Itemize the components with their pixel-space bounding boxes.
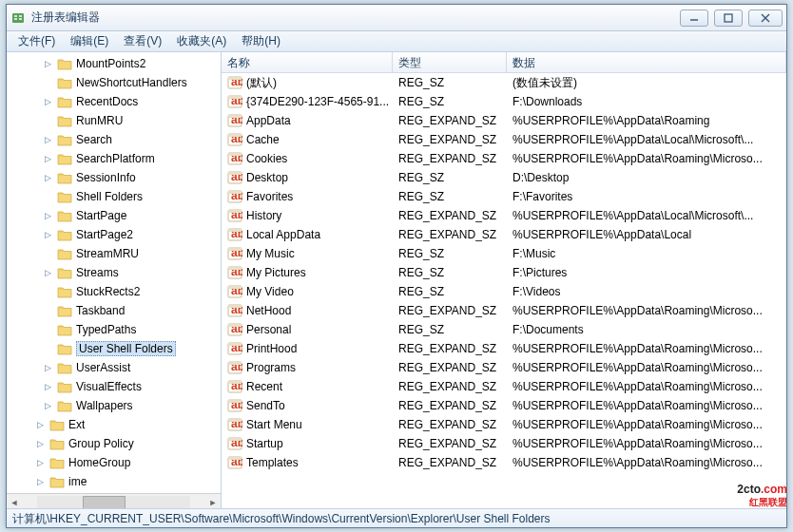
maximize-button[interactable] [714, 10, 743, 27]
list-row[interactable]: abStartupREG_EXPAND_SZ%USERPROFILE%\AppD… [222, 434, 786, 453]
menu-item[interactable]: 文件(F) [10, 31, 63, 51]
tree-node[interactable]: ▷StartPage2 [7, 225, 221, 244]
menu-item[interactable]: 帮助(H) [234, 31, 288, 51]
expander-icon[interactable]: ▷ [35, 439, 46, 449]
expander-icon[interactable]: ▷ [43, 135, 53, 145]
list-row[interactable]: abNetHoodREG_EXPAND_SZ%USERPROFILE%\AppD… [222, 301, 786, 320]
cell-data: D:\Desktop [507, 171, 786, 184]
tree-node[interactable]: ▷ime [7, 472, 221, 491]
column-header-name[interactable]: 名称 [222, 52, 393, 72]
menu-item[interactable]: 查看(V) [116, 31, 169, 51]
cell-type: REG_EXPAND_SZ [393, 418, 507, 431]
expander-icon[interactable]: ▷ [43, 97, 53, 107]
expander-icon[interactable]: ▷ [43, 382, 53, 392]
list-row[interactable]: abStart MenuREG_EXPAND_SZ%USERPROFILE%\A… [222, 415, 786, 434]
status-bar: 计算机\HKEY_CURRENT_USER\Software\Microsoft… [7, 508, 786, 527]
tree-node[interactable]: ▷Wallpapers [7, 396, 221, 415]
list-pane: 名称 类型 数据 ab(默认)REG_SZ(数值未设置)ab{374DE290-… [222, 52, 786, 508]
list-row[interactable]: abCookiesREG_EXPAND_SZ%USERPROFILE%\AppD… [222, 149, 786, 168]
expander-icon[interactable]: ▷ [35, 420, 46, 430]
list-row[interactable]: abFavoritesREG_SZF:\Favorites [222, 187, 786, 206]
list-row[interactable]: abLocal AppDataREG_EXPAND_SZ%USERPROFILE… [222, 225, 786, 244]
tree-node[interactable]: ▷SessionInfo [7, 168, 221, 187]
tree-node[interactable]: ▷Shell Folders [7, 187, 221, 206]
tree-node[interactable]: ▷Taskband [7, 301, 221, 320]
expander-icon[interactable]: ▷ [43, 173, 53, 183]
list-row[interactable]: abCacheREG_EXPAND_SZ%USERPROFILE%\AppDat… [222, 130, 786, 149]
tree-node[interactable]: ▷User Shell Folders [7, 339, 221, 358]
folder-icon [57, 210, 72, 222]
list-row[interactable]: abAppDataREG_EXPAND_SZ%USERPROFILE%\AppD… [222, 111, 786, 130]
list-row[interactable]: abHistoryREG_EXPAND_SZ%USERPROFILE%\AppD… [222, 206, 786, 225]
tree-node-label: ime [68, 475, 87, 488]
list-row[interactable]: ab{374DE290-123F-4565-91...REG_SZF:\Down… [222, 92, 786, 111]
expander-icon[interactable]: ▷ [43, 211, 53, 221]
menu-item[interactable]: 编辑(E) [63, 31, 116, 51]
cell-type: REG_EXPAND_SZ [393, 228, 507, 241]
list-row[interactable]: abTemplatesREG_EXPAND_SZ%USERPROFILE%\Ap… [222, 453, 786, 472]
list-header: 名称 类型 数据 [222, 52, 786, 73]
list-row[interactable]: abPrintHoodREG_EXPAND_SZ%USERPROFILE%\Ap… [222, 339, 786, 358]
scroll-track[interactable] [37, 496, 190, 509]
scroll-left-icon[interactable]: ◄ [7, 495, 22, 509]
scroll-right-icon[interactable]: ► [205, 495, 221, 509]
expander-icon[interactable]: ▷ [43, 401, 53, 411]
column-header-data[interactable]: 数据 [507, 52, 786, 72]
tree-horizontal-scrollbar[interactable]: ◄ ► [7, 493, 221, 508]
list-row[interactable]: abMy PicturesREG_SZF:\Pictures [222, 263, 786, 282]
tree-node[interactable]: ▷VisualEffects [7, 377, 221, 396]
cell-name: Personal [246, 323, 291, 336]
tree-node[interactable]: ▷StartPage [7, 206, 221, 225]
tree-node[interactable]: ▷MountPoints2 [7, 54, 221, 73]
tree-node[interactable]: ▷RecentDocs [7, 92, 221, 111]
list-rows[interactable]: ab(默认)REG_SZ(数值未设置)ab{374DE290-123F-4565… [222, 73, 786, 508]
tree-node[interactable]: ▷TypedPaths [7, 320, 221, 339]
expander-icon[interactable]: ▷ [43, 230, 53, 240]
close-button[interactable] [748, 10, 783, 27]
svg-rect-3 [19, 15, 22, 17]
expander-icon[interactable]: ▷ [43, 154, 53, 164]
tree-node[interactable]: ▷UserAssist [7, 358, 221, 377]
tree-node[interactable]: ▷RunMRU [7, 111, 221, 130]
tree-node[interactable]: ▷Group Policy [7, 434, 221, 453]
list-row[interactable]: abSendToREG_EXPAND_SZ%USERPROFILE%\AppDa… [222, 396, 786, 415]
string-value-icon: ab [227, 113, 242, 128]
expander-icon[interactable]: ▷ [43, 268, 53, 278]
string-value-icon: ab [227, 246, 242, 261]
list-row[interactable]: abMy VideoREG_SZF:\Videos [222, 282, 786, 301]
string-value-icon: ab [227, 284, 242, 299]
list-row[interactable]: abPersonalREG_SZF:\Documents [222, 320, 786, 339]
tree-node[interactable]: ▷StuckRects2 [7, 282, 221, 301]
cell-data: %USERPROFILE%\AppData\Roaming\Microso... [507, 304, 786, 317]
svg-rect-2 [14, 18, 17, 20]
tree-node[interactable]: ▷Ext [7, 415, 221, 434]
list-row[interactable]: ab(默认)REG_SZ(数值未设置) [222, 73, 786, 92]
tree-node[interactable]: ▷Search [7, 130, 221, 149]
list-row[interactable]: abMy MusicREG_SZF:\Music [222, 244, 786, 263]
scroll-thumb[interactable] [83, 496, 126, 509]
tree-node[interactable]: ▷StreamMRU [7, 244, 221, 263]
cell-name: My Music [246, 247, 295, 260]
list-row[interactable]: abDesktopREG_SZD:\Desktop [222, 168, 786, 187]
expander-icon[interactable]: ▷ [43, 59, 53, 69]
list-row[interactable]: abRecentREG_EXPAND_SZ%USERPROFILE%\AppDa… [222, 377, 786, 396]
tree-node[interactable]: ▷Streams [7, 263, 221, 282]
tree-pane[interactable]: ▷MountPoints2▷NewShortcutHandlers▷Recent… [7, 52, 222, 508]
tree-node[interactable]: ▷HomeGroup [7, 453, 221, 472]
string-value-icon: ab [227, 94, 242, 109]
expander-icon[interactable]: ▷ [35, 458, 46, 468]
cell-type: REG_SZ [393, 171, 507, 184]
list-row[interactable]: abProgramsREG_EXPAND_SZ%USERPROFILE%\App… [222, 358, 786, 377]
titlebar[interactable]: 注册表编辑器 [7, 5, 786, 31]
tree-node[interactable]: ▷NewShortcutHandlers [7, 73, 221, 92]
tree-node[interactable]: ▷SearchPlatform [7, 149, 221, 168]
string-value-icon: ab [227, 132, 242, 147]
column-header-type[interactable]: 类型 [393, 52, 507, 72]
expander-icon[interactable]: ▷ [35, 477, 46, 487]
expander-icon[interactable]: ▷ [43, 363, 53, 373]
minimize-button[interactable] [680, 10, 708, 27]
menu-item[interactable]: 收藏夹(A) [169, 31, 234, 51]
tree-node-label: SessionInfo [76, 171, 136, 184]
string-value-icon: ab [227, 265, 242, 280]
cell-type: REG_EXPAND_SZ [393, 342, 507, 355]
